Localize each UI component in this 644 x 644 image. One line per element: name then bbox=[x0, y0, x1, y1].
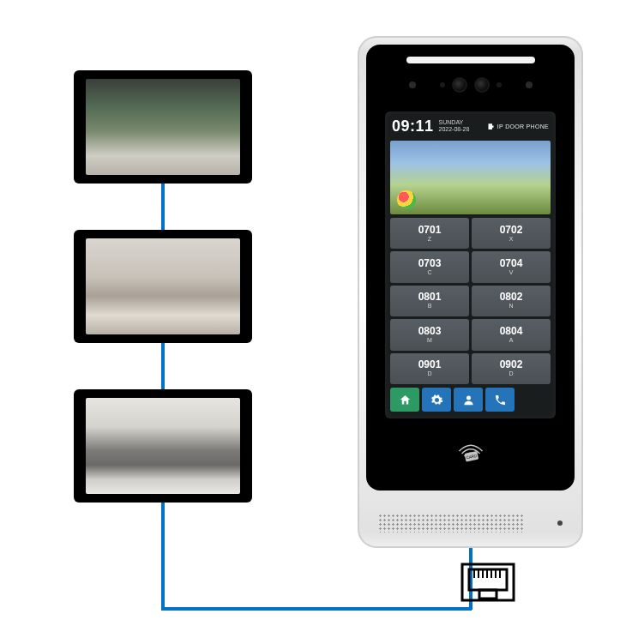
unit-0901[interactable]: 0901D bbox=[390, 353, 469, 384]
monitor-screen bbox=[86, 398, 240, 494]
unit-0801[interactable]: 0801B bbox=[390, 286, 469, 316]
unit-0703[interactable]: 0703C bbox=[390, 251, 469, 282]
wallpaper bbox=[390, 141, 551, 214]
speaker-slot bbox=[406, 57, 535, 63]
door-phone-face: 09:11 SUNDAY 2022-08-28 IP DOOR PHONE 07… bbox=[366, 45, 575, 491]
door-phone-unit: 09:11 SUNDAY 2022-08-28 IP DOOR PHONE 07… bbox=[358, 36, 583, 548]
gear-icon bbox=[430, 394, 443, 406]
device-label: IP DOOR PHONE bbox=[487, 123, 549, 130]
sensor-left-icon bbox=[409, 81, 416, 88]
microphone-icon bbox=[557, 521, 563, 526]
indoor-monitor-lounge bbox=[74, 389, 252, 503]
home-icon bbox=[399, 394, 412, 406]
ir-led-icon bbox=[497, 82, 502, 87]
date: SUNDAY 2022-08-28 bbox=[439, 119, 470, 133]
unit-0804[interactable]: 0804A bbox=[472, 319, 551, 350]
unit-0702[interactable]: 0702X bbox=[472, 218, 551, 249]
door-icon bbox=[487, 123, 495, 130]
toolbar bbox=[390, 388, 551, 413]
call-button[interactable] bbox=[485, 388, 515, 412]
home-button[interactable] bbox=[390, 388, 419, 412]
indoor-monitor-lobby bbox=[74, 70, 252, 184]
settings-button[interactable] bbox=[422, 388, 451, 412]
contacts-button[interactable] bbox=[454, 388, 483, 412]
camera-lens-icon bbox=[474, 77, 490, 93]
monitor-screen bbox=[86, 238, 240, 334]
camera-lens-icon bbox=[452, 77, 467, 93]
ir-led-icon bbox=[440, 82, 445, 87]
unit-0902[interactable]: 0902D bbox=[472, 353, 551, 384]
unit-0803[interactable]: 0803M bbox=[390, 319, 469, 350]
speaker-area bbox=[378, 510, 563, 536]
speaker-grille-icon bbox=[378, 514, 524, 533]
unit-0802[interactable]: 0802N bbox=[472, 286, 551, 316]
person-icon bbox=[462, 394, 475, 406]
unit-directory: 0701Z 0702X 0703C 0704V 0801B 0802N 0803… bbox=[385, 218, 556, 384]
unit-0701[interactable]: 0701Z bbox=[390, 218, 469, 249]
sensor-right-icon bbox=[526, 81, 533, 88]
camera-row bbox=[366, 77, 575, 93]
svg-rect-4 bbox=[479, 590, 497, 599]
network-line-horizontal bbox=[161, 607, 472, 611]
unit-0704[interactable]: 0704V bbox=[472, 251, 551, 282]
status-bar: 09:11 SUNDAY 2022-08-28 IP DOOR PHONE bbox=[385, 111, 556, 141]
monitor-screen bbox=[86, 79, 240, 175]
camera-cluster bbox=[440, 77, 502, 93]
ethernet-port-icon bbox=[460, 563, 515, 611]
touchscreen[interactable]: 09:11 SUNDAY 2022-08-28 IP DOOR PHONE 07… bbox=[385, 111, 556, 418]
phone-icon bbox=[494, 394, 507, 406]
rfid-reader-icon: CARD bbox=[455, 441, 486, 470]
indoor-monitor-living-room bbox=[74, 230, 252, 343]
clock: 09:11 bbox=[392, 117, 434, 135]
